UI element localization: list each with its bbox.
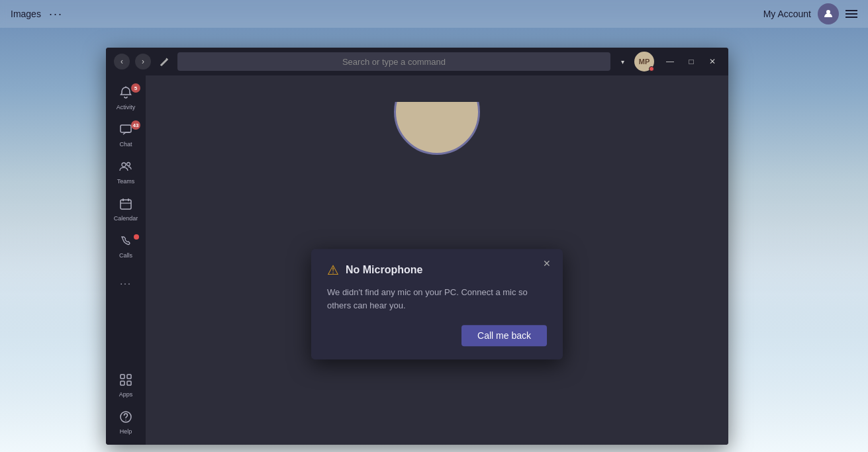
calls-dot-badge [134, 234, 139, 240]
sidebar: 5 Activity 43 Chat Teams [106, 75, 146, 445]
modal-body: We didn't find any mic on your PC. Conne… [327, 286, 547, 312]
warning-icon: ⚠ [327, 262, 339, 278]
call-avatar [394, 102, 480, 155]
svg-point-4 [122, 163, 126, 167]
taskbar-myaccount-label: My Account [763, 9, 811, 19]
svg-rect-11 [127, 375, 131, 379]
activity-badge: 5 [131, 83, 140, 93]
taskbar-right: My Account [763, 3, 857, 24]
sidebar-item-apps-label: Apps [119, 391, 133, 398]
sidebar-item-calendar-label: Calendar [114, 215, 138, 222]
window-controls: — □ ✕ [662, 54, 720, 69]
sidebar-item-calendar[interactable]: Calendar [109, 192, 143, 226]
sidebar-item-help[interactable]: Help [109, 405, 143, 439]
sidebar-item-activity-label: Activity [117, 104, 136, 111]
svg-point-5 [127, 162, 130, 165]
minimize-button[interactable]: — [662, 54, 678, 69]
taskbar-images-label: Images [11, 9, 41, 19]
modal-close-button[interactable]: ✕ [539, 255, 555, 271]
maximize-button[interactable]: □ [683, 54, 699, 69]
title-bar: ‹ › ▾ MP — □ ✕ [106, 48, 728, 75]
sidebar-item-calls-label: Calls [119, 252, 132, 259]
compose-button[interactable] [156, 54, 172, 69]
sidebar-item-activity[interactable]: 5 Activity [109, 81, 143, 115]
svg-rect-12 [121, 381, 124, 385]
back-button[interactable]: ‹ [114, 54, 130, 69]
svg-point-15 [125, 420, 126, 420]
user-avatar-button[interactable]: MP [634, 52, 654, 71]
content-area: ✕ ⚠ No Microphone We didn't find any mic… [146, 75, 728, 445]
taskbar-left: Images ··· [11, 7, 63, 21]
sidebar-item-apps[interactable]: Apps [109, 368, 143, 402]
taskbar-account-avatar[interactable] [818, 3, 839, 24]
main-area: 5 Activity 43 Chat Teams [106, 75, 728, 445]
calls-icon [119, 234, 132, 251]
sidebar-item-more[interactable]: ··· [109, 266, 143, 300]
chat-badge: 43 [131, 120, 140, 130]
chat-icon [119, 123, 132, 140]
calendar-icon [119, 197, 132, 214]
teams-window: ‹ › ▾ MP — □ ✕ 5 Activity [106, 48, 728, 445]
no-microphone-dialog: ✕ ⚠ No Microphone We didn't find any mic… [311, 249, 563, 359]
modal-overlay: ✕ ⚠ No Microphone We didn't find any mic… [311, 249, 563, 359]
sidebar-item-calls[interactable]: Calls [109, 229, 143, 263]
apps-icon [119, 373, 132, 390]
sidebar-item-chat[interactable]: 43 Chat [109, 118, 143, 152]
user-initials: MP [639, 58, 650, 66]
sidebar-item-help-label: Help [120, 428, 132, 435]
teams-icon [119, 160, 132, 177]
taskbar-more-button[interactable]: ··· [49, 7, 63, 21]
search-dropdown-button[interactable]: ▾ [616, 54, 629, 69]
modal-title: No Microphone [346, 264, 422, 276]
status-dot [649, 66, 654, 71]
forward-button[interactable]: › [135, 54, 151, 69]
search-input[interactable] [177, 52, 610, 71]
svg-rect-6 [121, 200, 131, 209]
taskbar-hamburger-button[interactable] [845, 10, 857, 18]
svg-rect-3 [121, 125, 131, 132]
help-icon [119, 410, 132, 427]
close-button[interactable]: ✕ [704, 54, 720, 69]
modal-actions: Call me back [327, 325, 547, 346]
sidebar-item-teams[interactable]: Teams [109, 155, 143, 189]
modal-title-row: ⚠ No Microphone [327, 262, 547, 278]
sidebar-item-teams-label: Teams [117, 178, 135, 185]
call-avatar-circle [394, 102, 480, 155]
call-me-back-button[interactable]: Call me back [461, 325, 547, 346]
sidebar-item-chat-label: Chat [119, 141, 132, 148]
more-icon: ··· [120, 278, 132, 289]
taskbar: Images ··· My Account [0, 0, 868, 28]
activity-icon [119, 86, 132, 103]
svg-rect-10 [121, 375, 124, 379]
svg-rect-13 [127, 381, 131, 385]
